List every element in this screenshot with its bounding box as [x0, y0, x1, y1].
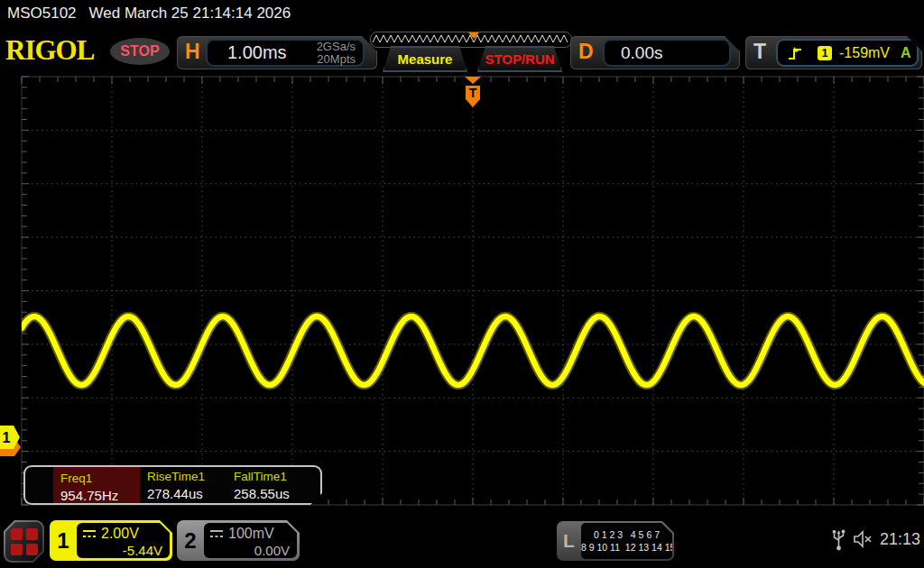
trigger-box[interactable]: 1 -159mV A [776, 39, 919, 67]
menu-button[interactable] [4, 520, 44, 563]
bottom-bar: 1 2.00V -5.44V 2 [0, 508, 924, 568]
usb-icon [832, 527, 845, 551]
channel2-values: 100mV 0.00V [204, 523, 297, 558]
trigger-source-badge: 1 [818, 46, 832, 60]
channel2-badge[interactable]: 2 100mV 0.00V [177, 520, 300, 561]
channel2-number: 2 [177, 520, 204, 561]
logic-channels-badge[interactable]: L 0 1 2 3 4 5 6 78 9 10 11 12 13 14 15 [557, 521, 674, 561]
channel1-scale: 2.00V [101, 526, 139, 542]
channel1-badge[interactable]: 1 2.00V -5.44V [50, 520, 172, 561]
timebase-box[interactable]: 1.00ms 2GSa/s20Mpts [206, 39, 365, 67]
delay-label: D [578, 40, 594, 64]
model-name: MSO5102 [7, 5, 77, 22]
measurement-freq1[interactable]: Freq1 954.75Hz [53, 467, 140, 503]
delay-value: 0.00s [621, 43, 662, 63]
position-marker-icon[interactable] [468, 32, 479, 39]
trigger-flag-letter: T [469, 86, 477, 100]
delay-box[interactable]: 0.00s [603, 39, 731, 67]
logic-label: L [557, 521, 581, 561]
memory-position-bar[interactable] [370, 32, 572, 48]
measurement-risetime1[interactable]: RiseTime1 278.44us [140, 465, 226, 505]
oscilloscope-screen: MSO5102Wed March 25 21:14:14 2026 RIGOL … [0, 0, 924, 568]
channel2-scale: 100mV [228, 526, 274, 542]
dc-coupling-icon [82, 528, 97, 539]
sample-rate: 2GSa/s20Mpts [317, 41, 356, 66]
channel1-marker-number: 1 [3, 430, 11, 445]
speaker-muted-icon [853, 530, 873, 548]
measurement-falltime1[interactable]: FallTime1 258.55us [226, 465, 313, 505]
horizontal-panel[interactable]: H 1.00ms 2GSa/s20Mpts [177, 36, 377, 69]
acquisition-status-badge[interactable]: STOP [110, 38, 170, 65]
status-bar: MSO5102Wed March 25 21:14:14 2026 [0, 0, 924, 29]
channel2-offset: 0.00V [209, 543, 290, 558]
trigger-label: T [753, 40, 766, 64]
channel1-ground-marker[interactable]: 1 [0, 424, 23, 458]
trigger-panel[interactable]: T 1 -159mV A [745, 36, 922, 69]
menu-grid-icon [5, 522, 42, 561]
channel1-number: 1 [50, 520, 77, 561]
stop-run-button[interactable]: STOP/RUN [477, 46, 562, 72]
measurement-spacer [23, 465, 53, 505]
trigger-edge-icon [787, 45, 805, 61]
header-bar: RIGOL STOP H 1.00ms 2GSa/s20Mpts Measure… [0, 29, 924, 74]
trigger-level-value: -159mV [839, 45, 890, 61]
dc-coupling-icon [209, 528, 224, 539]
delay-panel[interactable]: D 0.00s [570, 36, 740, 69]
channel1-values: 2.00V -5.44V [77, 523, 170, 558]
rigol-logo: RIGOL [5, 34, 94, 67]
datetime: Wed March 25 21:14:14 2026 [89, 5, 291, 22]
clock: 21:13 [880, 530, 920, 549]
system-tray: 21:13 [832, 527, 920, 551]
channel1-offset: -5.44V [82, 543, 162, 558]
trigger-mode: A [901, 45, 911, 61]
measurement-panel[interactable]: Freq1 954.75Hz RiseTime1 278.44us FallTi… [23, 465, 322, 505]
horizontal-label: H [185, 40, 200, 64]
logic-channel-numbers: 0 1 2 3 4 5 6 78 9 10 11 12 13 14 15 [581, 523, 672, 559]
trigger-position-flag[interactable]: T [464, 77, 482, 109]
measure-button[interactable]: Measure [383, 46, 467, 72]
timebase-value: 1.00ms [227, 42, 317, 63]
